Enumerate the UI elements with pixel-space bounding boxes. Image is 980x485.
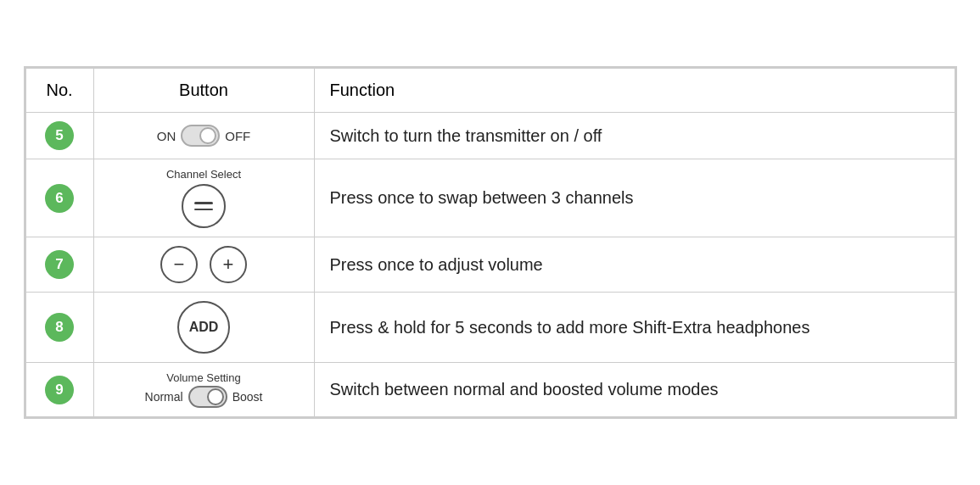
table-row: 9 Volume Setting Normal Boost — [25, 363, 955, 417]
main-table: No. Button Function 5 ON OFF — [24, 66, 957, 419]
header-function: Function — [314, 69, 955, 113]
channel-select-label: Channel Select — [166, 168, 241, 181]
row-8-function: Press & hold for 5 seconds to add more S… — [314, 293, 955, 363]
eq-icon — [188, 195, 220, 217]
header-button: Button — [93, 69, 314, 113]
vol-normal-label: Normal — [145, 390, 183, 404]
toggle-icon-vol — [188, 386, 227, 408]
table-row: 6 Channel Select Press once to — [25, 159, 955, 237]
eq-bar-2 — [194, 209, 213, 211]
row-6-no: 6 — [25, 159, 93, 237]
toggle-icon-on-off — [181, 125, 220, 147]
row-7-no: 7 — [25, 237, 93, 293]
function-text-6: Press once to swap between 3 channels — [330, 188, 634, 207]
row-9-button: Volume Setting Normal Boost — [93, 363, 314, 417]
function-text-5: Switch to turn the transmitter on / off — [330, 126, 602, 145]
row-7-button: − + — [93, 237, 314, 293]
channel-select-wrap: Channel Select — [109, 168, 299, 228]
row-9-no: 9 — [25, 363, 93, 417]
badge-8: 8 — [45, 313, 74, 342]
on-label: ON — [157, 129, 176, 143]
eq-bar-1 — [194, 202, 213, 204]
function-text-8: Press & hold for 5 seconds to add more S… — [330, 318, 810, 337]
off-label: OFF — [225, 129, 250, 143]
vol-toggle-row: Normal Boost — [145, 386, 263, 408]
badge-7: 7 — [45, 250, 74, 279]
volume-plus-button[interactable]: + — [210, 246, 247, 283]
row-7-function: Press once to adjust volume — [314, 237, 955, 293]
volume-buttons: − + — [109, 246, 299, 283]
add-button[interactable]: ADD — [177, 301, 230, 354]
badge-5: 5 — [45, 121, 74, 150]
table-row: 5 ON OFF Switch to turn the transmitter … — [25, 113, 955, 159]
badge-9: 9 — [45, 376, 74, 404]
table-row: 8 ADD Press & hold for 5 seconds to add … — [25, 293, 955, 363]
badge-6: 6 — [45, 184, 74, 213]
function-text-7: Press once to adjust volume — [330, 255, 543, 274]
toggle-knob-vol — [207, 388, 224, 405]
row-5-no: 5 — [25, 113, 93, 159]
row-5-button: ON OFF — [93, 113, 314, 159]
row-8-no: 8 — [25, 293, 93, 363]
row-8-button: ADD — [93, 293, 314, 363]
toggle-knob — [199, 127, 216, 144]
volume-minus-button[interactable]: − — [160, 246, 198, 283]
row-6-button: Channel Select — [93, 159, 314, 237]
vol-setting-label: Volume Setting — [166, 371, 240, 384]
row-6-function: Press once to swap between 3 channels — [314, 159, 955, 237]
vol-setting-wrap: Volume Setting Normal Boost — [109, 371, 299, 408]
on-off-toggle: ON OFF — [157, 125, 251, 147]
row-5-function: Switch to turn the transmitter on / off — [314, 113, 955, 159]
row-9-function: Switch between normal and boosted volume… — [314, 363, 955, 417]
channel-select-button[interactable] — [182, 184, 226, 228]
function-text-9: Switch between normal and boosted volume… — [330, 380, 719, 399]
header-no: No. — [25, 69, 93, 113]
table-row: 7 − + Press once to adjust volume — [25, 237, 955, 293]
vol-boost-label: Boost — [232, 390, 263, 404]
